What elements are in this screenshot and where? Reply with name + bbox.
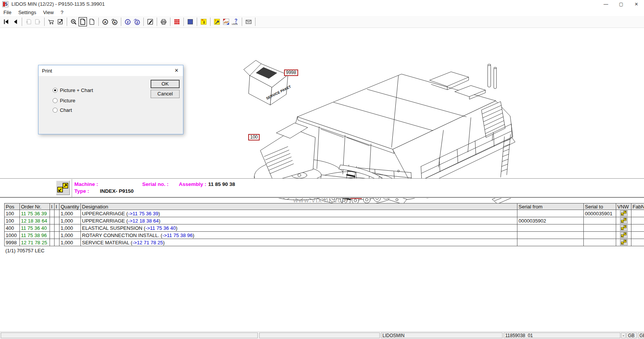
app-logo-icon: 5 <box>2 1 8 7</box>
cell-quantity: 1,000 <box>59 210 81 217</box>
table-header-row: Pos Order Nr. I I Quantity Designation S… <box>5 203 644 210</box>
designation-ref-link[interactable]: ->12 18 38 64 <box>128 218 159 224</box>
table-row[interactable]: 100011 75 38 961,000ROTARY CONNECTION IN… <box>5 232 644 239</box>
cell-pos: 100 <box>5 217 20 224</box>
col-i1[interactable]: I <box>50 203 55 210</box>
doc-next-button[interactable] <box>33 17 42 27</box>
table-row[interactable]: 999812 71 78 251,000SERVICE MATERIAL (->… <box>5 239 644 246</box>
col-fabnr[interactable]: FabN <box>631 203 644 210</box>
goto-position-a-button[interactable]: A <box>110 17 119 27</box>
status-language-2: GB <box>638 333 644 338</box>
status-app-name: LIDOSMIN <box>381 333 503 338</box>
print-button[interactable] <box>159 17 168 27</box>
table-row[interactable]: 10012 18 38 641,000UPPERCARRIAGE (->12 1… <box>5 217 644 224</box>
col-order-nr[interactable]: Order Nr. <box>20 203 50 210</box>
cell-i2 <box>55 224 59 232</box>
vnw-jump-button[interactable] <box>620 225 628 231</box>
doc-previous-button[interactable] <box>24 17 33 27</box>
goto-position-2-button[interactable]: 2 <box>132 17 141 27</box>
callout-100[interactable]: 100 <box>248 134 260 140</box>
info-button[interactable]: i <box>199 17 208 27</box>
go-first-button[interactable] <box>2 17 11 27</box>
callout-9998[interactable]: 9998 <box>284 69 298 76</box>
radio-picture[interactable] <box>53 98 58 103</box>
cell-serial-to: 0000035901 <box>584 210 616 217</box>
designation-text: ROTARY CONNECTION INSTALL. ( <box>82 232 162 238</box>
toolbar-separator <box>121 18 121 26</box>
cell-designation: UPPERCARRIAGE (->11 75 36 39) <box>81 210 517 217</box>
find-position-2-button[interactable]: 2 <box>123 17 132 27</box>
goto-position-2-icon: 2 <box>133 18 140 25</box>
find-position-a-button[interactable]: A <box>101 17 110 27</box>
vnw-jump-button[interactable] <box>620 239 628 245</box>
zoom-in-button[interactable] <box>69 17 78 27</box>
parts-grid-button[interactable] <box>172 17 181 27</box>
designation-ref-link[interactable]: ->12 71 78 25 <box>132 240 163 245</box>
designation-ref-link[interactable]: ->11 75 36 40 <box>145 225 176 231</box>
ok-button[interactable]: OK <box>151 80 180 88</box>
cell-designation: SERVICE MATERIAL (->12 71 78 25) <box>81 239 517 246</box>
go-back-button[interactable] <box>11 17 20 27</box>
cell-quantity: 1,000 <box>59 224 81 232</box>
radio-picture-chart-label[interactable]: Picture + Chart <box>60 87 93 93</box>
designation-ref-link[interactable]: ->11 75 38 96 <box>162 232 193 238</box>
col-i2[interactable]: I <box>55 203 59 210</box>
cancel-button[interactable]: Cancel <box>151 90 180 98</box>
close-button[interactable]: ✕ <box>629 0 644 8</box>
cell-order-nr: 11 75 36 40 <box>20 224 50 232</box>
vnw-jump-button[interactable] <box>620 218 628 224</box>
vnw-jump-button[interactable] <box>620 210 628 216</box>
designation-ref-link[interactable]: ->11 75 36 39 <box>128 211 159 216</box>
cell-i1 <box>50 217 55 224</box>
picture-page-current-button[interactable] <box>78 17 87 27</box>
minimize-button[interactable]: — <box>598 0 613 8</box>
mail-button[interactable] <box>244 17 253 27</box>
designation-text: SERVICE MATERIAL ( <box>82 240 132 245</box>
assembly-jump-button[interactable] <box>56 181 70 195</box>
assembly-value: 11 85 90 38 <box>208 181 235 187</box>
partner-button[interactable] <box>222 17 231 27</box>
col-quantity[interactable]: Quantity <box>59 203 81 210</box>
cell-pos: 9998 <box>5 239 20 246</box>
radio-chart[interactable] <box>53 108 58 113</box>
menu-help[interactable]: ? <box>57 10 67 15</box>
cart-icon <box>48 18 55 25</box>
col-serial-to[interactable]: Serial to <box>584 203 616 210</box>
dialog-close-icon[interactable]: ✕ <box>173 68 180 74</box>
picture-page-next-button[interactable] <box>87 17 96 27</box>
edit-note-button[interactable] <box>146 17 155 27</box>
col-vnw[interactable]: VNW <box>616 203 631 210</box>
cell-pos: 100 <box>5 210 20 217</box>
table-row[interactable]: 10011 75 36 391,000UPPERCARRIAGE (->11 7… <box>5 210 644 217</box>
col-serial-from[interactable]: Serial from <box>517 203 584 210</box>
status-segment <box>259 333 380 338</box>
radio-chart-label[interactable]: Chart <box>60 107 72 113</box>
radio-picture-label[interactable]: Picture <box>60 98 75 103</box>
cell-i2 <box>55 217 59 224</box>
maximize-button[interactable]: ▢ <box>613 0 629 8</box>
menu-file[interactable]: File <box>0 10 15 15</box>
table-row[interactable]: 40011 75 36 401,000ELASTICAL SUSPENSION … <box>5 224 644 232</box>
status-document-id: 11859038_01 <box>504 333 620 338</box>
vnw-jump-button[interactable] <box>620 232 628 238</box>
order-list-button[interactable] <box>56 17 65 27</box>
panel-overview-button[interactable] <box>186 17 195 27</box>
col-designation[interactable]: Designation <box>81 203 517 210</box>
menu-view[interactable]: View <box>40 10 57 15</box>
cart-button[interactable] <box>47 17 56 27</box>
vnw-swap-icon <box>57 182 69 193</box>
cell-vnw <box>616 239 631 246</box>
menu-settings[interactable]: Settings <box>15 10 40 15</box>
radio-picture-chart[interactable] <box>53 88 58 93</box>
handshake-icon <box>223 18 230 25</box>
print-dialog-title: Print <box>42 68 52 74</box>
machine-label: Machine : <box>74 181 98 187</box>
order-list-icon <box>57 18 64 25</box>
col-pos[interactable]: Pos <box>5 203 20 210</box>
cell-vnw <box>616 232 631 239</box>
lidos-help-button[interactable]: ?LIDOS <box>231 17 240 27</box>
cell-fabnr <box>631 217 644 224</box>
service-info-button[interactable]: i <box>212 17 222 27</box>
print-dialog-titlebar: Print ✕ <box>39 65 183 76</box>
cell-quantity: 1,000 <box>59 217 81 224</box>
